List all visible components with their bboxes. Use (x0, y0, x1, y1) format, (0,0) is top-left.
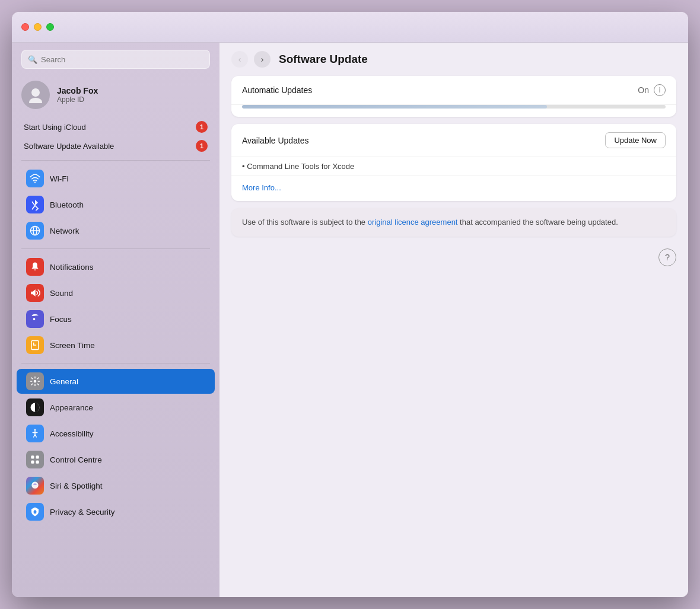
sidebar-item-screen-time[interactable]: Screen Time (17, 333, 215, 358)
forward-button[interactable]: › (254, 51, 271, 68)
sidebar-item-label-privacy-security: Privacy & Security (50, 508, 115, 516)
license-link[interactable]: original licence agreement (368, 218, 458, 227)
page-title: Software Update (279, 53, 368, 66)
sidebar-item-sound[interactable]: Sound (17, 280, 215, 305)
sidebar-item-siri-spotlight[interactable]: Siri & Spotlight (17, 473, 215, 498)
close-button[interactable] (21, 23, 29, 31)
svg-point-10 (34, 429, 36, 431)
sidebar-item-label-appearance: Appearance (50, 403, 93, 412)
svg-point-2 (34, 181, 36, 183)
avatar (21, 81, 50, 109)
available-updates-header: Available Updates Update Now (231, 124, 676, 157)
update-now-button[interactable]: Update Now (605, 132, 666, 148)
progress-fill (242, 105, 547, 109)
svg-point-0 (31, 88, 40, 97)
license-card: Use of this software is subject to the o… (231, 208, 676, 237)
progress-bar (242, 105, 666, 109)
more-info-link[interactable]: More Info... (242, 183, 281, 192)
sidebar-divider-3 (21, 363, 210, 364)
automatic-updates-label: Automatic Updates (242, 85, 638, 95)
minimize-button[interactable] (34, 23, 42, 31)
search-icon: 🔍 (28, 55, 37, 64)
sidebar-item-label-wifi: Wi-Fi (50, 174, 68, 183)
search-container: 🔍 (12, 43, 219, 75)
sidebar-item-network[interactable]: Network (17, 218, 215, 243)
sidebar-item-label-screen-time: Screen Time (50, 341, 95, 350)
help-button[interactable]: ? (658, 248, 676, 266)
automatic-updates-value: On (638, 85, 649, 95)
available-updates-card: Available Updates Update Now • Command L… (231, 124, 676, 201)
sidebar-item-privacy-security[interactable]: Privacy & Security (17, 499, 215, 524)
svg-point-1 (29, 98, 42, 103)
notification-software-update[interactable]: Software Update Available 1 (12, 136, 219, 155)
system-preferences-window: 🔍 Jacob Fox Apple ID St (12, 12, 688, 597)
maximize-button[interactable] (46, 23, 54, 31)
sidebar-item-label-siri-spotlight: Siri & Spotlight (50, 482, 103, 490)
sidebar-item-label-notifications: Notifications (50, 263, 94, 272)
sidebar-item-label-network: Network (50, 227, 79, 235)
main-content: ‹ › Software Update Automatic Updates On… (219, 43, 688, 597)
user-profile[interactable]: Jacob Fox Apple ID (12, 75, 219, 117)
svg-rect-13 (31, 461, 34, 464)
sidebar-item-label-control-centre: Control Centre (50, 455, 102, 464)
sidebar-item-label-focus: Focus (50, 315, 72, 324)
sidebar-item-appearance[interactable]: Appearance (17, 395, 215, 420)
icloud-badge: 1 (196, 121, 208, 133)
automatic-updates-card: Automatic Updates On i (231, 76, 676, 117)
license-text-2: that accompanied the software being upda… (457, 218, 618, 227)
general-icon (26, 372, 44, 390)
screen-time-icon (26, 336, 44, 354)
focus-icon (26, 310, 44, 328)
svg-rect-12 (36, 455, 39, 458)
sidebar-item-accessibility[interactable]: Accessibility (17, 421, 215, 446)
sidebar-divider-1 (21, 160, 210, 161)
search-box[interactable]: 🔍 (21, 50, 210, 69)
more-info-row: More Info... (231, 176, 676, 201)
sidebar-divider-2 (21, 248, 210, 249)
sidebar-item-label-accessibility: Accessibility (50, 429, 94, 438)
svg-rect-11 (31, 455, 34, 458)
svg-point-8 (34, 380, 37, 383)
user-info: Jacob Fox Apple ID (57, 86, 98, 104)
svg-rect-14 (36, 461, 39, 464)
privacy-security-icon (26, 503, 44, 521)
network-icon (26, 222, 44, 240)
notifications-icon (26, 258, 44, 276)
window-content: 🔍 Jacob Fox Apple ID St (12, 43, 688, 597)
bluetooth-icon (26, 196, 44, 213)
sidebar-item-wifi[interactable]: Wi-Fi (17, 166, 215, 191)
sidebar-item-label-sound: Sound (50, 289, 73, 298)
automatic-updates-row: Automatic Updates On i (231, 76, 676, 105)
sidebar-item-notifications[interactable]: Notifications (17, 254, 215, 279)
available-updates-title: Available Updates (242, 136, 605, 145)
accessibility-icon (26, 425, 44, 442)
sidebar-item-label-bluetooth: Bluetooth (50, 200, 84, 209)
appearance-icon (26, 398, 44, 416)
automatic-updates-info-button[interactable]: i (654, 84, 666, 96)
svg-marker-5 (31, 289, 36, 296)
traffic-lights (21, 23, 54, 31)
user-subtitle: Apple ID (57, 95, 98, 104)
search-input[interactable] (41, 55, 203, 64)
siri-icon (26, 477, 44, 495)
back-button[interactable]: ‹ (231, 51, 248, 68)
user-name: Jacob Fox (57, 86, 98, 95)
wifi-icon (26, 170, 44, 187)
sidebar: 🔍 Jacob Fox Apple ID St (12, 43, 219, 597)
sidebar-item-label-general: General (50, 377, 78, 386)
progress-bar-container (231, 105, 676, 117)
svg-point-6 (33, 318, 36, 320)
main-body: Automatic Updates On i (219, 74, 688, 597)
software-update-badge: 1 (196, 140, 208, 152)
notification-icloud[interactable]: Start Using iCloud 1 (12, 117, 219, 136)
sidebar-item-control-centre[interactable]: Control Centre (17, 447, 215, 472)
update-item: • Command Line Tools for Xcode (231, 157, 676, 176)
sound-icon (26, 284, 44, 302)
sidebar-item-focus[interactable]: Focus (17, 307, 215, 331)
license-text-1: Use of this software is subject to the (242, 218, 368, 227)
title-bar (12, 12, 688, 43)
main-header: ‹ › Software Update (219, 43, 688, 74)
sidebar-item-bluetooth[interactable]: Bluetooth (17, 192, 215, 217)
control-centre-icon (26, 451, 44, 468)
sidebar-item-general[interactable]: General (17, 369, 215, 394)
